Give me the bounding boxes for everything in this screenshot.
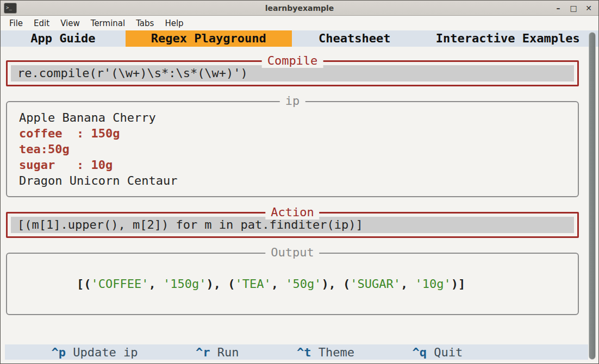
shortcut-key: ^p (51, 346, 66, 359)
ip-line-matched: tea:50g (19, 141, 575, 157)
ip-section-label: ip (280, 94, 305, 108)
close-button[interactable]: ✕ (583, 2, 594, 14)
output-segment: 'COFFEE' (91, 277, 148, 291)
playground-content: Compile re.compile(r'(\w+)\s*:\s*(\w+)')… (1, 47, 598, 363)
output-segment: )] (451, 277, 466, 291)
tab-cheatsheet[interactable]: Cheatsheet (292, 30, 417, 47)
shortcut-update-ip[interactable]: ^p Update ip (8, 332, 138, 364)
menu-item-edit[interactable]: Edit (33, 18, 51, 29)
tab-bar: App Guide Regex Playground Cheatsheet In… (1, 30, 598, 47)
shortcut-quit[interactable]: ^q Quit (369, 332, 463, 364)
output-segment: '150g' (163, 277, 206, 291)
status-bar: ^p Update ip ^r Run ^t Theme ^q Quit (5, 344, 588, 360)
menu-item-tabs[interactable]: Tabs (135, 18, 155, 29)
tab-app-guide[interactable]: App Guide (1, 30, 126, 47)
output-section-label: Output (265, 246, 319, 260)
output-segment: ), ( (206, 277, 235, 291)
output-segment: ), ( (321, 277, 350, 291)
compile-section: Compile re.compile(r'(\w+)\s*:\s*(\w+)') (6, 60, 579, 86)
output-segment: , (148, 277, 163, 291)
menu-item-terminal[interactable]: Terminal (90, 18, 126, 29)
shortcut-key: ^q (412, 346, 427, 359)
shortcut-key: ^t (297, 346, 311, 359)
shortcut-label: Theme (319, 346, 354, 359)
output-segment: [( (77, 277, 91, 291)
tab-regex-playground[interactable]: Regex Playground (126, 30, 292, 47)
ip-line-matched: coffee : 150g (19, 125, 575, 141)
output-segment: '50g' (285, 277, 321, 291)
tab-interactive-examples[interactable]: Interactive Examples (417, 30, 598, 47)
compile-section-label: Compile (262, 54, 323, 68)
output-segment: '10g' (415, 277, 451, 291)
ip-section: ip Apple Banana Cherry coffee : 150g tea… (6, 101, 579, 197)
shortcut-label (66, 346, 73, 359)
scrollbar-thumb[interactable] (589, 32, 596, 360)
scrollbar-track[interactable] (589, 32, 596, 360)
window-controls: – □ ✕ (553, 1, 594, 16)
ip-line-matched: sugar : 10g (19, 157, 575, 173)
menu-item-view[interactable]: View (59, 18, 81, 29)
shortcut-run[interactable]: ^r Run (152, 332, 239, 364)
shortcut-label: Run (217, 346, 239, 359)
shortcut-label: Quit (434, 346, 463, 359)
window-title: learnbyexample (1, 1, 598, 16)
shortcut-label (210, 346, 217, 359)
shortcut-label (311, 346, 318, 359)
output-segment: , (401, 277, 415, 291)
menu-item-file[interactable]: File (8, 18, 24, 29)
output-section: Output [('COFFEE', '150g'), ('TEA', '50g… (6, 253, 579, 315)
maximize-button[interactable]: □ (568, 2, 579, 14)
shortcut-theme[interactable]: ^t Theme (253, 332, 354, 364)
shortcut-key: ^r (196, 346, 210, 359)
output-result: [('COFFEE', '150g'), ('TEA', '50g'), ('S… (10, 257, 575, 311)
shortcut-label: Update ip (73, 346, 138, 359)
action-section-label: Action (265, 205, 319, 219)
minimize-button[interactable]: – (553, 2, 564, 14)
ip-line: Apple Banana Cherry (19, 110, 575, 125)
menu-item-help[interactable]: Help (164, 18, 184, 29)
action-section: Action [(m[1].upper(), m[2]) for m in pa… (6, 212, 579, 238)
ip-text-area: Apple Banana Cherry coffee : 150g tea:50… (10, 105, 575, 193)
ip-line: Dragon Unicorn Centaur (19, 173, 575, 189)
menu-bar: File Edit View Terminal Tabs Help (1, 16, 598, 30)
output-segment: 'SUGAR' (350, 277, 401, 291)
shortcut-label (427, 346, 434, 359)
terminal-window: >_ learnbyexample – □ ✕ File Edit View T… (0, 0, 599, 364)
output-segment: 'TEA' (235, 277, 271, 291)
output-segment: , (271, 277, 286, 291)
title-bar: >_ learnbyexample – □ ✕ (1, 1, 598, 16)
